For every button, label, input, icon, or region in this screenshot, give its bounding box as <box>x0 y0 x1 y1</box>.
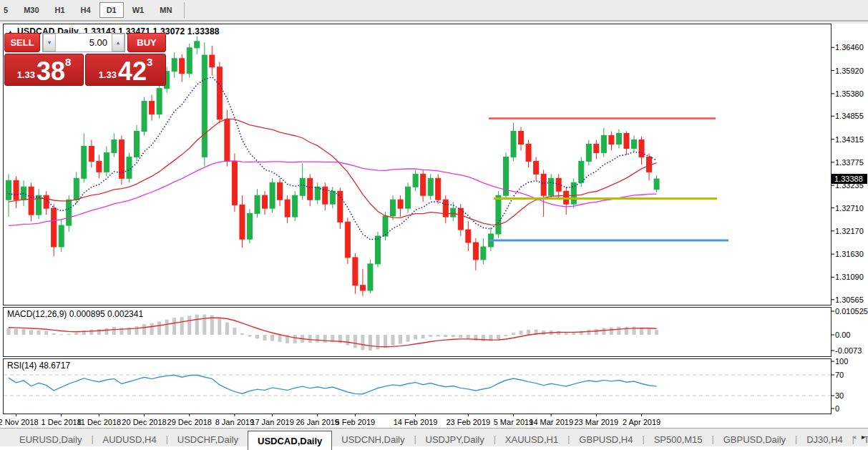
svg-text:0: 0 <box>835 404 839 413</box>
candle <box>247 209 252 243</box>
volume-input[interactable]: 5.00 <box>56 34 112 52</box>
volume-decrease-button[interactable]: ▼ <box>43 34 56 52</box>
candle <box>270 178 275 212</box>
one-click-trading-panel: SELL ▼ 5.00 ▲ BUY 1.33 38 8 1.33 42 3 <box>4 33 166 86</box>
buy-price-button[interactable]: 1.33 42 3 <box>85 54 166 86</box>
timeframe-button-m30[interactable]: M30 <box>16 2 46 18</box>
svg-text:1.32170: 1.32170 <box>835 227 864 235</box>
volume-increase-button[interactable]: ▲ <box>112 34 125 52</box>
svg-text:0.010525: 0.010525 <box>835 307 868 316</box>
svg-text:23 Feb 2019: 23 Feb 2019 <box>446 418 490 426</box>
candle <box>579 157 584 187</box>
timeframe-button-mn[interactable]: MN <box>152 2 179 18</box>
svg-text:-0.0073: -0.0073 <box>835 346 862 355</box>
buy-button[interactable]: BUY <box>127 33 166 52</box>
timeframe-button-d1[interactable]: D1 <box>99 2 124 18</box>
svg-text:2 Apr 2019: 2 Apr 2019 <box>623 418 660 426</box>
candle <box>202 42 207 166</box>
svg-text:1.36460: 1.36460 <box>835 43 864 52</box>
svg-text:1 Dec 2018: 1 Dec 2018 <box>42 418 82 426</box>
candle <box>127 152 132 182</box>
svg-text:1.35920: 1.35920 <box>835 67 864 75</box>
candle <box>293 191 298 221</box>
timeframe-button-h4[interactable]: H4 <box>74 2 98 18</box>
timeframe-button-h1[interactable]: H1 <box>48 2 72 18</box>
buy-price-prefix: 1.33 <box>99 69 117 80</box>
svg-text:14 Mar 2019: 14 Mar 2019 <box>529 418 573 426</box>
svg-text:26 Jan 2019: 26 Jan 2019 <box>296 418 339 426</box>
timeframe-toolbar: 5M30H1H4D1W1MN <box>0 0 868 21</box>
tab-scroll-arrows: ◂▸ <box>852 433 865 441</box>
volume-spinner: ▼ 5.00 ▲ <box>42 33 125 52</box>
svg-text:1.32710: 1.32710 <box>835 204 864 212</box>
buy-price-big: 42 <box>118 61 147 83</box>
sell-price-big: 38 <box>36 61 65 83</box>
candle <box>232 154 237 212</box>
tab-dj30-h4[interactable]: DJ30,H4 <box>797 431 852 448</box>
svg-text:1.31630: 1.31630 <box>835 250 864 258</box>
tab-scroll-left-icon[interactable]: ◂ <box>852 433 856 441</box>
svg-text:1.31090: 1.31090 <box>835 273 864 281</box>
sell-price-prefix: 1.33 <box>17 69 35 80</box>
svg-text:100: 100 <box>835 357 848 366</box>
candle <box>503 152 508 200</box>
svg-text:22 Nov 2018: 22 Nov 2018 <box>0 418 39 426</box>
svg-text:1.33388: 1.33388 <box>834 175 863 183</box>
svg-text:1.35380: 1.35380 <box>835 89 864 98</box>
svg-text:20 Dec 2018: 20 Dec 2018 <box>122 418 166 426</box>
candle <box>436 174 441 204</box>
candle <box>571 178 576 208</box>
candle <box>142 97 147 136</box>
chart-window: 1.364601.359201.353801.348551.343151.337… <box>0 24 868 428</box>
chart-tab-bar: EURUSD,Daily|AUDUSD,H4|USDCHF,DailyUSDCA… <box>0 428 868 450</box>
svg-text:29 Dec 2018: 29 Dec 2018 <box>167 418 212 426</box>
tab-eurusd-daily[interactable]: EURUSD,Daily <box>10 431 91 448</box>
candle <box>375 232 380 268</box>
tab-gbpusd-h4[interactable]: GBPUSD,H4 <box>570 431 642 448</box>
svg-text:23 Mar 2019: 23 Mar 2019 <box>574 418 618 426</box>
svg-text:1.30565: 1.30565 <box>835 295 864 304</box>
tab-sp500-m15[interactable]: SP500,M15 <box>645 431 712 448</box>
tab-xauusd-h1[interactable]: XAUUSD,H1 <box>496 431 567 448</box>
sell-price-button[interactable]: 1.33 38 8 <box>4 54 84 86</box>
svg-text:11 Dec 2018: 11 Dec 2018 <box>77 418 122 426</box>
svg-text:5 Feb 2019: 5 Feb 2019 <box>336 418 376 426</box>
tab-audusd-h4[interactable]: AUDUSD,H4 <box>94 431 166 448</box>
candle <box>157 84 162 119</box>
rsi-title: RSI(14) 48.6717 <box>7 361 70 371</box>
tab-scroll-right-icon[interactable]: ▸ <box>862 433 865 441</box>
tab-usdjpy-daily[interactable]: USDJPY,Daily <box>416 431 494 448</box>
tab-usdcad-daily[interactable]: USDCAD,Daily <box>248 431 332 450</box>
macd-title: MACD(12,26,9) 0.000895 0.002341 <box>7 309 143 319</box>
tab-usdchf-daily[interactable]: USDCHF,Daily <box>168 431 248 448</box>
svg-text:0.00: 0.00 <box>835 331 850 339</box>
timeframe-button-w1[interactable]: W1 <box>125 2 152 18</box>
tab-gbpusd-daily[interactable]: GBPUSD,Daily <box>714 431 795 448</box>
sell-price-sup: 8 <box>65 56 71 68</box>
candle <box>406 182 411 212</box>
svg-text:70: 70 <box>835 371 844 379</box>
candle <box>217 62 222 124</box>
svg-text:14 Feb 2019: 14 Feb 2019 <box>394 418 438 426</box>
svg-text:8 Jan 2019: 8 Jan 2019 <box>215 418 254 426</box>
svg-text:17 Jan 2019: 17 Jan 2019 <box>250 418 294 426</box>
toolbar-separator <box>184 2 185 18</box>
rsi-panel <box>4 359 832 414</box>
svg-text:1.34855: 1.34855 <box>835 112 864 120</box>
svg-text:1.33775: 1.33775 <box>835 158 864 167</box>
buy-price-sup: 3 <box>147 56 152 68</box>
candle <box>119 135 124 185</box>
svg-text:1.34315: 1.34315 <box>835 135 864 144</box>
candle <box>368 260 373 293</box>
timeframe-button-5[interactable]: 5 <box>1 2 15 18</box>
tab-usdcnh-daily[interactable]: USDCNH,Daily <box>332 431 414 448</box>
current-price-tag: 1.33388 <box>832 174 867 184</box>
sell-button[interactable]: SELL <box>4 33 40 52</box>
candle <box>187 44 192 78</box>
svg-text:30: 30 <box>835 391 844 400</box>
candle <box>345 217 350 264</box>
svg-text:5 Mar 2019: 5 Mar 2019 <box>494 418 534 426</box>
